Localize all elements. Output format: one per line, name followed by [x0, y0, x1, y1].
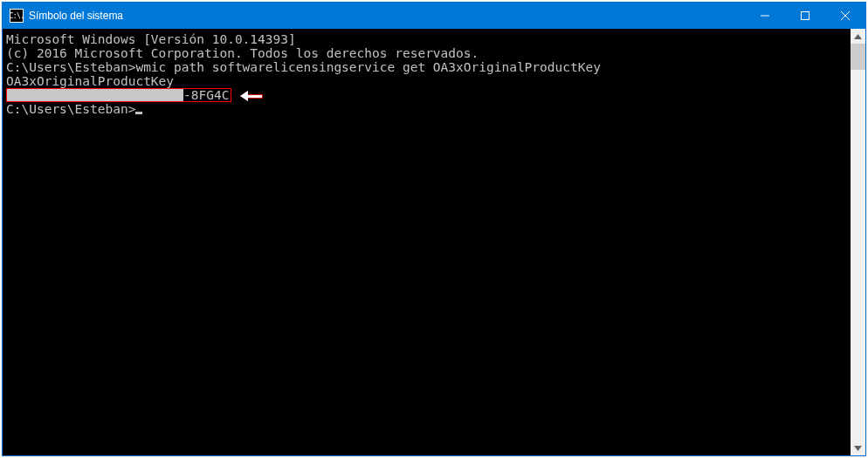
- output-header: OA3xOriginalProductKey: [6, 74, 851, 88]
- client-area: Microsoft Windows [Versión 10.0.14393](c…: [3, 29, 865, 455]
- window-title: Símbolo del sistema: [29, 10, 123, 22]
- redacted-key-segment: [7, 89, 183, 101]
- close-button[interactable]: [825, 3, 865, 29]
- titlebar[interactable]: C:\. Símbolo del sistema: [3, 3, 865, 29]
- cmd-icon: C:\.: [10, 9, 24, 23]
- vertical-scrollbar[interactable]: [851, 29, 865, 455]
- text-cursor: [135, 112, 142, 114]
- product-key-row: -8FG4C: [6, 88, 851, 102]
- scrollbar-track[interactable]: [851, 44, 865, 441]
- svg-marker-5: [854, 446, 862, 451]
- terminal-output[interactable]: Microsoft Windows [Versión 10.0.14393](c…: [3, 29, 851, 455]
- output-line: (c) 2016 Microsoft Corporation. Todos lo…: [6, 46, 851, 60]
- arrow-annotation-icon: [240, 91, 263, 101]
- command-prompt-window: C:\. Símbolo del sistema Microsoft Windo…: [2, 2, 866, 456]
- prompt-text: C:\Users\Esteban>: [6, 102, 135, 116]
- entered-command: wmic path softwarelicensingservice get O…: [135, 60, 601, 74]
- svg-marker-4: [854, 34, 862, 39]
- scroll-down-button[interactable]: [851, 441, 865, 455]
- scroll-up-button[interactable]: [851, 29, 865, 44]
- output-line: Microsoft Windows [Versión 10.0.14393]: [6, 32, 851, 46]
- maximize-button[interactable]: [785, 3, 825, 29]
- prompt-line: C:\Users\Esteban>: [6, 102, 851, 116]
- prompt-text: C:\Users\Esteban>: [6, 60, 135, 74]
- product-key-suffix: -8FG4C: [183, 88, 231, 102]
- highlight-box: -8FG4C: [6, 88, 231, 102]
- command-line: C:\Users\Esteban>wmic path softwarelicen…: [6, 60, 851, 74]
- scrollbar-thumb[interactable]: [851, 44, 865, 70]
- minimize-button[interactable]: [745, 3, 785, 29]
- svg-rect-1: [802, 12, 809, 20]
